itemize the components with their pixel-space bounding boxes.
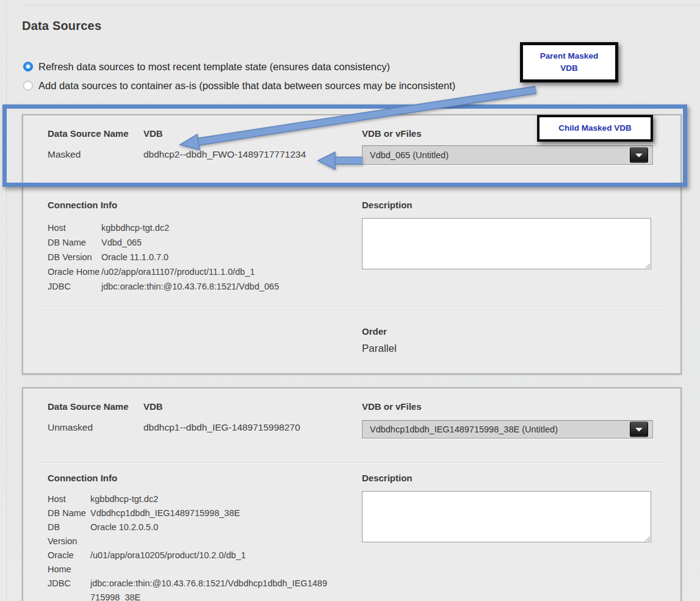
conn-label: Oracle Home xyxy=(48,548,90,577)
column-header-data-source-name: Data Source Name xyxy=(48,128,129,139)
vdb-select-value: Vdbdhcp1dbdh_IEG1489715998_38E (Untitled… xyxy=(370,421,558,438)
radio-unselected-icon[interactable] xyxy=(23,81,33,90)
data-source-card-unmasked: Data Source Name VDB Unmasked dbdhcp1--d… xyxy=(22,387,682,601)
table-row: Host kgbbdhcp-tgt.dc2 xyxy=(48,220,356,235)
vdb-select[interactable]: Vdbd_065 (Untitled) xyxy=(362,145,653,165)
data-sources-page: Data Sources Refresh data sources to mos… xyxy=(0,0,700,601)
option-label[interactable]: Refresh data sources to most recent temp… xyxy=(38,61,390,73)
description-header: Description xyxy=(362,200,413,210)
conn-value: /u01/app/ora10205/product/10.2.0/db_1 xyxy=(90,548,332,563)
conn-label: DB Name xyxy=(48,506,90,520)
connection-info-header: Connection Info xyxy=(48,200,117,210)
table-row: JDBC jdbc:oracle:thin:@10.43.76.8:1521/V… xyxy=(48,279,356,294)
conn-label: Host xyxy=(48,220,101,235)
conn-label: DB Version xyxy=(48,520,90,548)
data-source-name-value: Masked xyxy=(48,149,81,160)
option-refresh-data-sources[interactable]: Refresh data sources to most recent temp… xyxy=(23,60,390,73)
vdb-value: dbdhcp1--dbdh_IEG-1489715998270 xyxy=(143,422,300,433)
data-source-name-value: Unmasked xyxy=(48,422,93,433)
conn-value: kgbbdhcp-tgt.dc2 xyxy=(101,220,169,235)
callout-parent-masked-vdb: Parent Masked VDB xyxy=(520,42,618,82)
chevron-down-icon xyxy=(635,428,643,431)
vdb-select[interactable]: Vdbdhcp1dbdh_IEG1489715998_38E (Untitled… xyxy=(362,420,653,439)
conn-value: jdbc:oracle:thin:@10.43.76.8:1521/Vdbdhc… xyxy=(90,577,332,601)
connection-info-table: Host kgbbdhcp-tgt.dc2 DB Name Vdbd_065 D… xyxy=(48,220,356,294)
dropdown-button[interactable] xyxy=(630,148,648,163)
table-row: Oracle Home /u02/app/ora11107/product/11… xyxy=(48,264,356,279)
option-label[interactable]: Add data sources to container as-is (pos… xyxy=(38,80,455,92)
data-source-card-masked: Data Source Name VDB Masked dbdhcp2--dbd… xyxy=(22,114,682,374)
dropdown-button[interactable] xyxy=(630,422,648,437)
callout-text: Parent Masked VDB xyxy=(535,50,604,74)
page-title: Data Sources xyxy=(22,19,101,33)
conn-value: Oracle 11.1.0.7.0 xyxy=(101,250,168,264)
vdb-or-vfiles-label: VDB or vFiles xyxy=(362,401,422,412)
conn-label: Oracle Home xyxy=(48,264,101,279)
table-row: Oracle Home /u01/app/ora10205/product/10… xyxy=(48,548,341,577)
divider xyxy=(37,307,667,308)
column-header-data-source-name: Data Source Name xyxy=(48,401,129,412)
table-row: DB Version Oracle 10.2.0.5.0 xyxy=(48,520,341,548)
option-add-data-sources[interactable]: Add data sources to container as-is (pos… xyxy=(23,79,455,92)
conn-value: Oracle 10.2.0.5.0 xyxy=(90,520,332,534)
chevron-down-icon xyxy=(635,153,643,157)
vdb-or-vfiles-label: VDB or vFiles xyxy=(362,128,422,139)
column-header-vdb: VDB xyxy=(143,401,163,412)
table-row: DB Name Vdbdhcp1dbdh_IEG1489715998_38E xyxy=(48,506,341,520)
conn-label: DB Version xyxy=(48,250,101,264)
connection-info-header: Connection Info xyxy=(48,473,117,483)
conn-value: /u02/app/ora11107/product/11.1.0/db_1 xyxy=(101,264,255,279)
table-row: Host kgbbdhcp-tgt.dc2 xyxy=(48,492,341,506)
conn-label: Host xyxy=(48,492,90,506)
connection-info-table: Host kgbbdhcp-tgt.dc2 DB Name Vdbdhcp1db… xyxy=(48,492,341,601)
order-value: Parallel xyxy=(362,343,397,355)
conn-label: JDBC xyxy=(48,279,101,294)
column-header-vdb: VDB xyxy=(143,128,163,139)
conn-value: Vdbdhcp1dbdh_IEG1489715998_38E xyxy=(90,506,332,520)
table-row: JDBC jdbc:oracle:thin:@10.43.76.8:1521/V… xyxy=(48,577,341,601)
description-input[interactable] xyxy=(362,491,651,542)
callout-child-masked-vdb: Child Masked VDB xyxy=(537,115,653,142)
description-header: Description xyxy=(362,473,413,483)
divider xyxy=(37,180,667,181)
top-divider xyxy=(22,5,700,5)
left-edge-divider xyxy=(6,0,7,601)
conn-label: JDBC xyxy=(48,577,90,591)
divider xyxy=(37,462,667,464)
conn-value: jdbc:oracle:thin:@10.43.76.8:1521/Vdbd_0… xyxy=(101,279,279,294)
vdb-value: dbdhcp2--dbdh_FWO-1489717771234 xyxy=(143,149,306,160)
callout-text: Child Masked VDB xyxy=(558,122,631,134)
vdb-select-value: Vdbd_065 (Untitled) xyxy=(370,146,449,164)
table-row: DB Version Oracle 11.1.0.7.0 xyxy=(48,250,356,264)
description-input[interactable] xyxy=(362,218,651,269)
order-header: Order xyxy=(362,326,387,337)
conn-value: Vdbd_065 xyxy=(101,235,142,250)
radio-selected-icon[interactable] xyxy=(23,62,33,71)
conn-value: kgbbdhcp-tgt.dc2 xyxy=(90,492,332,506)
table-row: DB Name Vdbd_065 xyxy=(48,235,356,250)
conn-label: DB Name xyxy=(48,235,101,250)
